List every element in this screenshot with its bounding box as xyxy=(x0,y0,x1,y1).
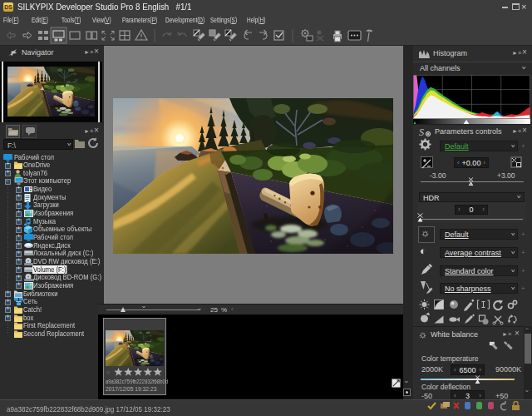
svg-text:S: S xyxy=(419,126,424,137)
